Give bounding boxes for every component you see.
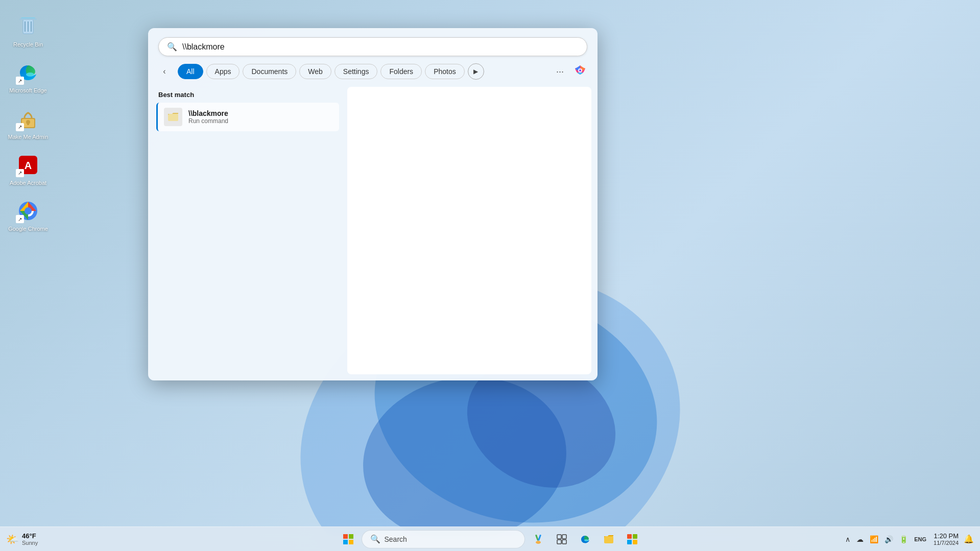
google-chrome-label: Google Chrome bbox=[8, 225, 48, 232]
svg-rect-30 bbox=[557, 535, 561, 539]
taskbar-ms-store-icon bbox=[627, 534, 638, 545]
svg-rect-38 bbox=[627, 540, 632, 544]
tray-volume-icon[interactable]: 🔊 bbox=[882, 533, 895, 545]
weather-info: 46°F Sunny bbox=[22, 532, 38, 546]
clock-time: 1:20 PM bbox=[934, 532, 959, 540]
system-tray: ∧ ☁ 📶 🔊 🔋 ENG bbox=[843, 533, 928, 545]
weather-desc: Sunny bbox=[22, 540, 38, 546]
svg-rect-31 bbox=[562, 535, 566, 539]
tray-battery-icon[interactable]: 🔋 bbox=[897, 533, 910, 545]
copilot-icon bbox=[573, 64, 587, 79]
svg-rect-35 bbox=[604, 536, 613, 543]
shortcut-arrow-admin: ↗ bbox=[16, 123, 24, 131]
edge-label: Microsoft Edge bbox=[9, 87, 46, 94]
tab-apps[interactable]: Apps bbox=[206, 64, 240, 79]
panel-right bbox=[347, 87, 591, 374]
taskbar-right: ∧ ☁ 📶 🔊 🔋 ENG 1:20 PM 11/7/2024 🔔 bbox=[878, 531, 980, 547]
play-button[interactable]: ▶ bbox=[468, 63, 484, 80]
taskbar-file-explorer-icon bbox=[603, 534, 614, 545]
taskbar-search-icon: 🔍 bbox=[370, 534, 380, 544]
svg-point-29 bbox=[536, 541, 541, 544]
task-view-icon bbox=[557, 534, 567, 544]
svg-rect-23 bbox=[343, 534, 348, 539]
make-me-admin-label: Make Me Admin bbox=[8, 133, 49, 140]
search-bar-container: 🔍 bbox=[158, 37, 587, 56]
google-chrome-icon: ↗ bbox=[16, 199, 40, 223]
result-icon-folder bbox=[164, 108, 182, 126]
weather-widget[interactable]: 🌤️ 46°F Sunny bbox=[6, 532, 38, 546]
make-me-admin-icon: ↗ bbox=[16, 107, 40, 131]
search-input[interactable] bbox=[182, 42, 579, 52]
svg-point-21 bbox=[579, 69, 581, 71]
svg-point-2 bbox=[350, 361, 579, 536]
svg-rect-37 bbox=[633, 534, 637, 539]
tab-folders[interactable]: Folders bbox=[380, 64, 422, 79]
svg-rect-14 bbox=[27, 122, 29, 125]
tab-web[interactable]: Web bbox=[299, 64, 331, 79]
tab-documents[interactable]: Documents bbox=[243, 64, 296, 79]
desktop: Recycle Bin bbox=[0, 0, 980, 551]
svg-rect-32 bbox=[557, 540, 561, 544]
search-icon: 🔍 bbox=[167, 42, 177, 52]
tray-chevron-icon[interactable]: ∧ bbox=[843, 533, 852, 545]
desktop-icon-make-me-admin[interactable]: ↗ Make Me Admin bbox=[5, 103, 51, 145]
taskbar-left: 🌤️ 46°F Sunny bbox=[0, 532, 102, 546]
start-panel: 🔍 ‹ All Apps Documents Web Settings Fold… bbox=[148, 28, 597, 380]
recycle-bin-icon bbox=[16, 14, 40, 39]
svg-text:A: A bbox=[25, 160, 32, 171]
search-input-wrapper[interactable]: 🔍 bbox=[158, 37, 587, 56]
desktop-icon-microsoft-edge[interactable]: ↗ Microsoft Edge bbox=[5, 56, 51, 98]
svg-point-34 bbox=[584, 539, 588, 541]
tab-settings[interactable]: Settings bbox=[334, 64, 378, 79]
tray-language-icon[interactable]: ENG bbox=[912, 534, 928, 544]
edge-icon: ↗ bbox=[16, 60, 40, 85]
notification-button[interactable]: 🔔 bbox=[964, 533, 974, 545]
panel-content: Best match \\blackmore Run command bbox=[148, 87, 597, 380]
panel-left: Best match \\blackmore Run command bbox=[148, 87, 347, 380]
more-options-button[interactable]: ··· bbox=[552, 64, 568, 79]
shortcut-arrow-chrome: ↗ bbox=[16, 215, 24, 223]
adobe-acrobat-label: Adobe Acrobat bbox=[10, 179, 46, 186]
recycle-bin-label: Recycle Bin bbox=[13, 41, 43, 48]
svg-rect-25 bbox=[343, 540, 348, 544]
svg-rect-36 bbox=[627, 534, 632, 539]
result-type: Run command bbox=[188, 117, 228, 125]
tab-photos[interactable]: Photos bbox=[425, 64, 465, 79]
weather-icon: 🌤️ bbox=[6, 533, 19, 545]
filter-tabs: ‹ All Apps Documents Web Settings Folder… bbox=[148, 62, 597, 81]
copilot-button[interactable] bbox=[571, 62, 589, 81]
svg-rect-26 bbox=[349, 540, 353, 544]
taskbar-file-explorer-button[interactable] bbox=[599, 529, 619, 549]
start-button[interactable] bbox=[338, 529, 358, 549]
result-item-blackmore[interactable]: \\blackmore Run command bbox=[156, 103, 339, 131]
weather-temp: 46°F bbox=[22, 532, 38, 540]
adobe-acrobat-icon: A ↗ bbox=[16, 153, 40, 177]
tab-all[interactable]: All bbox=[178, 64, 203, 79]
taskbar-ms-store-button[interactable] bbox=[622, 529, 642, 549]
taskbar-search[interactable]: 🔍 Search bbox=[362, 530, 525, 548]
best-match-title: Best match bbox=[156, 91, 339, 99]
taskbar-edge-icon bbox=[580, 534, 591, 545]
taskbar-edge-button[interactable] bbox=[575, 529, 595, 549]
clock-widget[interactable]: 1:20 PM 11/7/2024 bbox=[930, 531, 962, 547]
back-button[interactable]: ‹ bbox=[156, 63, 173, 80]
desktop-icons: Recycle Bin bbox=[0, 0, 56, 247]
tray-wifi-icon[interactable]: 📶 bbox=[868, 533, 880, 545]
svg-rect-33 bbox=[562, 540, 566, 544]
svg-rect-22 bbox=[168, 114, 178, 121]
labs-button[interactable] bbox=[528, 529, 548, 549]
desktop-icon-google-chrome[interactable]: ↗ Google Chrome bbox=[5, 195, 51, 236]
svg-point-19 bbox=[25, 207, 32, 214]
shortcut-arrow-edge: ↗ bbox=[16, 77, 24, 85]
tray-onedrive-icon[interactable]: ☁ bbox=[854, 533, 866, 545]
taskbar-search-label: Search bbox=[385, 535, 407, 543]
labs-icon bbox=[533, 534, 544, 545]
desktop-icon-recycle-bin[interactable]: Recycle Bin bbox=[5, 10, 51, 52]
shortcut-arrow-acrobat: ↗ bbox=[16, 169, 24, 177]
svg-rect-39 bbox=[633, 540, 637, 544]
result-info: \\blackmore Run command bbox=[188, 109, 228, 125]
svg-rect-9 bbox=[19, 18, 37, 20]
taskbar-center: 🔍 Search bbox=[102, 529, 878, 549]
task-view-button[interactable] bbox=[552, 529, 572, 549]
desktop-icon-adobe-acrobat[interactable]: A ↗ Adobe Acrobat bbox=[5, 149, 51, 190]
